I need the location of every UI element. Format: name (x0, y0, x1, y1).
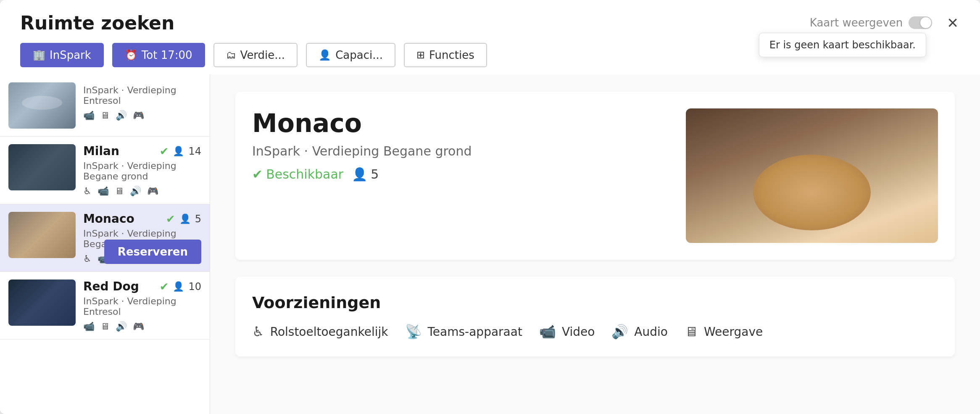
capacity-num-reddog: 10 (188, 281, 201, 293)
amenity-display-0: 🖥 (100, 110, 110, 121)
room-card-milan[interactable]: Milan ✔ 👤 14 InSpark · Verdieping Begane… (0, 137, 210, 204)
rolstoel-label: Rolstoeltoegankelijk (270, 325, 388, 339)
amenity-video-reddog: 📹 (83, 321, 95, 332)
room-name-row-reddog: Red Dog ✔ 👤 10 (83, 280, 201, 293)
detail-available-status: ✔ Beschikbaar (252, 167, 343, 182)
detail-status-row: ✔ Beschikbaar 👤 5 (252, 167, 669, 182)
capacity-num-milan: 14 (188, 145, 201, 157)
room-thumbnail-0 (8, 82, 76, 129)
detail-capacity-num: 5 (371, 167, 379, 182)
filter-btn-inspark[interactable]: 🏢InSpark (20, 43, 104, 67)
amenity-teams-0: 🎮 (133, 110, 144, 121)
filter-icon-verdieping: 🗂 (226, 49, 236, 61)
header-right: Kaart weergeven × Er is geen kaart besch… (810, 12, 960, 34)
room-info-reddog: Red Dog ✔ 👤 10 InSpark · Verdieping Entr… (83, 280, 201, 332)
filter-btn-functies[interactable]: ⊞Functies (404, 43, 487, 67)
close-button[interactable]: × (946, 12, 960, 34)
detail-capacity: 👤 5 (352, 167, 379, 182)
room-info-0: InSpark · Verdieping Entresol 📹 🖥 🔊 🎮 (83, 82, 201, 129)
ruimte-zoeken-dialog: Ruimte zoeken Kaart weergeven × Er is ge… (0, 0, 980, 414)
capacity-num-monaco: 5 (195, 213, 201, 225)
filter-label-capaciteit: Capaci... (335, 49, 383, 61)
detail-top-section: Monaco InSpark · Verdieping Begane grond… (235, 92, 955, 260)
amenity-video-0: 📹 (83, 110, 95, 121)
filter-btn-time[interactable]: ⏰Tot 17:00 (112, 43, 205, 67)
audio-icon: 🔊 (611, 324, 628, 340)
filter-icon-time: ⏰ (125, 49, 137, 61)
available-icon-reddog: ✔ (160, 280, 169, 293)
kaart-toggle-switch[interactable] (909, 16, 932, 29)
main-content: InSpark · Verdieping Entresol 📹 🖥 🔊 🎮 Mi… (0, 75, 980, 414)
audio-label: Audio (634, 325, 668, 339)
available-check-icon: ✔ (252, 167, 263, 182)
detail-room-name: Monaco (252, 108, 669, 138)
weergave-label: Weergave (704, 325, 763, 339)
filter-btn-capaciteit[interactable]: 👤Capaci... (306, 43, 395, 67)
room-info-monaco: Monaco ✔ 👤 5 InSpark · Verdieping Begane… (83, 212, 201, 264)
rolstoel-icon: ♿ (252, 324, 264, 340)
detail-room-location: InSpark · Verdieping Begane grond (252, 144, 669, 158)
room-thumbnail-reddog (8, 280, 76, 326)
kaart-toggle[interactable]: Kaart weergeven (810, 16, 932, 29)
room-amenities-reddog: 📹 🖥 🔊 🎮 (83, 321, 201, 332)
room-card-0[interactable]: InSpark · Verdieping Entresol 📹 🖥 🔊 🎮 (0, 75, 210, 137)
filter-label-inspark: InSpark (50, 49, 91, 61)
amenity-teams-reddog: 🎮 (133, 321, 144, 332)
capacity-icon-reddog: 👤 (173, 281, 184, 292)
filter-icon-functies: ⊞ (416, 49, 425, 61)
amenity-audio-reddog: 🔊 (116, 321, 127, 332)
weergave-icon: 🖥 (685, 324, 698, 340)
amenity-audio-milan: 🔊 (130, 186, 141, 196)
filter-icon-capaciteit: 👤 (319, 49, 331, 61)
room-status-reddog: ✔ 👤 10 (160, 280, 201, 293)
amenity-audio-0: 🔊 (116, 110, 127, 121)
room-status-milan: ✔ 👤 14 (160, 145, 201, 158)
voorziening-teams: 📡 Teams-apparaat (405, 324, 522, 340)
teams-label: Teams-apparaat (428, 325, 522, 339)
room-name-milan: Milan (83, 144, 119, 158)
voorziening-audio: 🔊 Audio (611, 324, 668, 340)
voorziening-rolstoel: ♿ Rolstoeltoegankelijk (252, 324, 388, 340)
capacity-icon-monaco: 👤 (179, 214, 191, 224)
reserve-button-monaco[interactable]: Reserveren (104, 240, 201, 264)
room-thumbnail-monaco (8, 212, 76, 258)
amenity-video-milan: 📹 (97, 186, 109, 196)
voorzieningen-title: Voorzieningen (252, 293, 938, 312)
room-location-reddog: InSpark · Verdieping Entresol (83, 296, 201, 317)
room-info-milan: Milan ✔ 👤 14 InSpark · Verdieping Begane… (83, 144, 201, 196)
amenity-accessible-monaco: ♿ (83, 253, 92, 264)
room-status-monaco: ✔ 👤 5 (166, 213, 201, 225)
room-thumbnail-milan (8, 144, 76, 190)
room-name-monaco: Monaco (83, 212, 134, 226)
room-location-milan: InSpark · Verdieping Begane grond (83, 161, 201, 182)
filter-label-functies: Functies (429, 49, 474, 61)
room-name-row-monaco: Monaco ✔ 👤 5 (83, 212, 201, 226)
available-icon-monaco: ✔ (166, 213, 175, 225)
capacity-icon-milan: 👤 (173, 146, 184, 156)
room-amenities-milan: ♿ 📹 🖥 🔊 🎮 (83, 186, 201, 196)
available-icon-milan: ✔ (160, 145, 169, 158)
amenity-display-milan: 🖥 (115, 186, 124, 196)
filter-btn-verdieping[interactable]: 🗂Verdie... (213, 43, 298, 67)
detail-capacity-person-icon: 👤 (352, 167, 367, 182)
filter-label-verdieping: Verdie... (240, 49, 285, 61)
room-location-0: InSpark · Verdieping Entresol (83, 85, 201, 106)
room-card-reddog[interactable]: Red Dog ✔ 👤 10 InSpark · Verdieping Entr… (0, 272, 210, 340)
filter-icon-inspark: 🏢 (33, 49, 45, 61)
voorziening-weergave: 🖥 Weergave (685, 324, 763, 340)
voorzieningen-list: ♿ Rolstoeltoegankelijk 📡 Teams-apparaat … (252, 324, 938, 340)
room-card-monaco[interactable]: Monaco ✔ 👤 5 InSpark · Verdieping Begane… (0, 204, 210, 272)
room-name-row-milan: Milan ✔ 👤 14 (83, 144, 201, 158)
room-amenities-0: 📹 🖥 🔊 🎮 (83, 110, 201, 121)
filter-label-time: Tot 17:00 (142, 49, 192, 61)
detail-room-image (686, 108, 938, 243)
dialog-header: Ruimte zoeken Kaart weergeven × Er is ge… (0, 0, 980, 34)
room-list-panel[interactable]: InSpark · Verdieping Entresol 📹 🖥 🔊 🎮 Mi… (0, 75, 210, 414)
room-name-reddog: Red Dog (83, 280, 139, 293)
video-icon: 📹 (539, 324, 556, 340)
no-map-tooltip: Er is geen kaart beschikbaar. (759, 33, 926, 57)
voorzieningen-section: Voorzieningen ♿ Rolstoeltoegankelijk 📡 T… (235, 277, 955, 356)
amenity-teams-milan: 🎮 (147, 186, 158, 196)
amenity-accessible-milan: ♿ (83, 186, 92, 196)
room-detail-panel: Monaco InSpark · Verdieping Begane grond… (210, 75, 980, 414)
